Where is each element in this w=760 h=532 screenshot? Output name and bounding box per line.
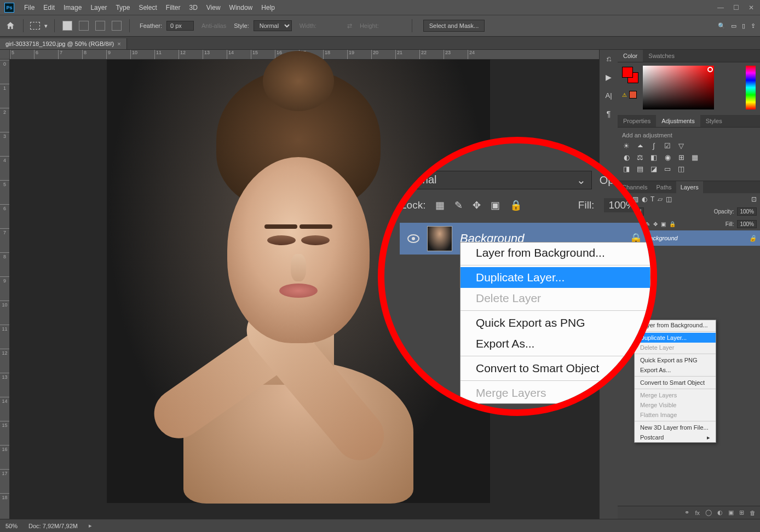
filter-shape-icon[interactable]: ▱ [658,195,663,203]
style-select[interactable]: Normal [254,20,292,31]
magnified-lock-pixels-icon[interactable]: ✎ [454,199,463,211]
tab-adjustments[interactable]: Adjustments [656,115,700,127]
delete-layer-icon[interactable]: 🗑 [750,510,756,516]
menu-file[interactable]: File [20,4,39,11]
layer-mask-icon[interactable]: ◯ [705,509,712,516]
levels-icon[interactable]: ⏶ [636,142,644,150]
magnified-menu-export-as[interactable]: Export As... [460,333,650,354]
marquee-tool-icon[interactable] [30,22,40,30]
select-and-mask-button[interactable]: Select and Mask... [423,20,485,32]
character-icon[interactable]: A| [605,91,612,100]
menu-export-as[interactable]: Export As... [635,365,716,375]
lock-artboard-icon[interactable]: ▣ [661,221,666,227]
menu-help[interactable]: Help [257,4,279,11]
opacity-value[interactable]: 100% [737,207,757,216]
magnified-lock-position-icon[interactable]: ✥ [473,199,481,211]
link-layers-icon[interactable]: ⚭ [684,509,689,516]
menu-3d[interactable]: 3D [185,4,201,11]
menu-filter[interactable]: Filter [162,4,185,11]
magnified-menu-layer-from-bg[interactable]: Layer from Background... [460,242,650,263]
menu-duplicate-layer[interactable]: Duplicate Layer... [635,333,716,343]
lock-all-icon[interactable]: 🔒 [669,221,676,227]
menu-view[interactable]: View [202,4,225,11]
menu-postcard[interactable]: Postcard▸ [635,432,716,442]
magnified-lock-transparency-icon[interactable]: ▦ [435,199,445,211]
home-button[interactable] [4,20,16,32]
selective-color-icon[interactable]: ◫ [677,165,686,173]
chevron-down-icon[interactable]: ▾ [44,22,48,30]
close-icon[interactable]: ✕ [747,4,756,11]
filter-toggle-icon[interactable]: ⊡ [751,195,757,203]
magnified-menu-duplicate-layer[interactable]: Duplicate Layer... [460,267,650,288]
minimize-icon[interactable]: — [716,4,725,11]
filter-adjust-icon[interactable]: ◐ [642,195,647,203]
new-adjustment-icon[interactable]: ◐ [717,509,723,516]
history-icon[interactable]: ⎌ [607,54,611,63]
filter-type-icon[interactable]: T [650,195,654,203]
invert-icon[interactable]: ◨ [622,165,631,173]
new-selection-icon[interactable] [62,21,72,31]
bw-icon[interactable]: ◧ [649,153,658,161]
brightness-contrast-icon[interactable]: ☀ [622,142,631,150]
posterize-icon[interactable]: ▤ [636,165,644,173]
foreground-color-swatch[interactable] [622,67,633,78]
tab-styles[interactable]: Styles [700,115,728,127]
tab-color[interactable]: Color [618,50,643,62]
tab-properties[interactable]: Properties [618,115,656,127]
menu-edit[interactable]: Edit [39,4,59,11]
play-icon[interactable]: ▶ [606,73,612,82]
hue-slider[interactable] [746,66,756,109]
menu-image[interactable]: Image [59,4,86,11]
workspace-icon[interactable]: ▭ [731,22,736,30]
menu-select[interactable]: Select [134,4,161,11]
status-flyout-icon[interactable]: ▸ [89,522,92,529]
color-balance-icon[interactable]: ⚖ [636,153,644,161]
exposure-icon[interactable]: ☑ [663,142,672,150]
vibrance-icon[interactable]: ▽ [677,142,686,150]
color-lookup-icon[interactable]: ▦ [690,153,699,161]
tab-swatches[interactable]: Swatches [643,50,680,62]
search-icon[interactable]: 🔍 [718,22,726,30]
document-tab[interactable]: girl-3033718_1920.jpg @ 50% (RGB/8#) × [0,38,127,49]
add-selection-icon[interactable] [79,21,89,31]
threshold-icon[interactable]: ◪ [649,165,658,173]
photo-filter-icon[interactable]: ◉ [663,153,672,161]
magnified-layer-thumbnail[interactable] [427,226,452,251]
new-layer-icon[interactable]: ⊞ [739,509,744,516]
gradient-map-icon[interactable]: ▭ [663,165,672,173]
doc-size[interactable]: Doc: 7,92M/7,92M [28,523,78,529]
magnified-blend-select[interactable]: Normal⌄ [395,171,592,189]
subtract-selection-icon[interactable] [95,21,105,31]
zoom-level[interactable]: 50% [5,523,18,529]
menu-layer[interactable]: Layer [86,4,111,11]
channel-mixer-icon[interactable]: ⊞ [677,153,686,161]
menu-type[interactable]: Type [111,4,134,11]
maximize-icon[interactable]: ☐ [732,4,740,11]
hue-sat-icon[interactable]: ◐ [622,153,631,161]
gamut-swatch[interactable] [629,91,637,99]
magnified-visibility-icon[interactable] [407,234,419,243]
menu-quick-export[interactable]: Quick Export as PNG [635,355,716,365]
foreground-background-swatches[interactable] [622,67,638,83]
intersect-selection-icon[interactable] [112,21,122,31]
feather-input[interactable] [166,21,194,31]
filter-smart-icon[interactable]: ◫ [666,195,672,203]
fill-value[interactable]: 100% [737,220,757,228]
lock-position-icon[interactable]: ✥ [653,221,658,227]
tab-paths[interactable]: Paths [652,181,676,193]
magnified-lock-artboard-icon[interactable]: ▣ [491,199,500,211]
magnified-menu-quick-export[interactable]: Quick Export as PNG [460,313,650,333]
menu-convert-smart-object[interactable]: Convert to Smart Object [635,378,716,388]
magnified-lock-all-icon[interactable]: 🔒 [510,199,522,211]
share-icon[interactable]: ⇪ [751,22,756,30]
layer-fx-icon[interactable]: fx [695,510,700,516]
menu-new-3d-layer[interactable]: New 3D Layer from File... [635,423,716,432]
color-field[interactable] [643,66,714,109]
menu-window[interactable]: Window [225,4,257,11]
magnified-fill-value[interactable]: 100% [604,198,640,212]
tab-layers[interactable]: Layers [676,181,703,193]
paragraph-icon[interactable]: ¶ [607,109,611,118]
gamut-warning-icon[interactable]: ⚠ [622,92,627,98]
curves-icon[interactable]: ∫ [649,142,658,150]
close-tab-icon[interactable]: × [117,41,120,47]
